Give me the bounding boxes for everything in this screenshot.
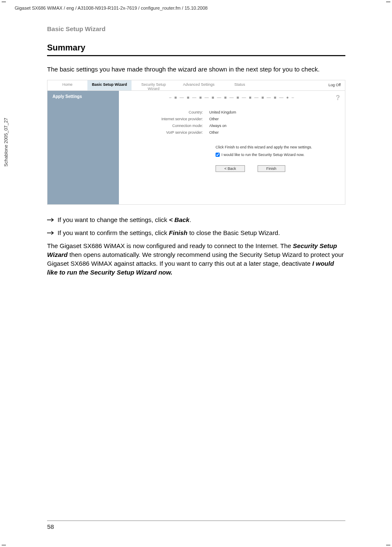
arrow-icon	[47, 228, 58, 237]
document-header: Gigaset SX686 WiMAX / eng / A31008-N919-…	[15, 5, 208, 11]
closing-paragraph: The Gigaset SX686 WiMAX is now configure…	[47, 241, 345, 277]
finish-button[interactable]: Finish	[258, 165, 285, 172]
bullet-finish: If you want to confirm the settings, cli…	[58, 228, 345, 237]
section-label: Basic Setup Wizard	[47, 25, 345, 32]
template-label: Schablone 2005_07_27	[3, 118, 8, 166]
footer-divider	[47, 521, 345, 521]
page-number: 58	[47, 523, 54, 530]
title-divider	[47, 55, 345, 56]
tab-status[interactable]: Status	[222, 80, 258, 90]
tab-security-setup[interactable]: Security Setup Wizard	[132, 80, 176, 90]
help-icon[interactable]: ?	[336, 94, 340, 102]
arrow-icon	[47, 215, 58, 224]
voip-label: VoIP service provider:	[127, 130, 209, 135]
tab-home[interactable]: Home	[47, 80, 87, 90]
tab-basic-setup[interactable]: Basic Setup Wizard	[87, 80, 132, 90]
sidebar: Apply Settings	[47, 91, 119, 204]
connection-value: Always on	[209, 124, 226, 128]
page-title: Summary	[47, 43, 345, 53]
finish-instruction: Click Finish to end this wizard and appl…	[216, 145, 337, 149]
bullet-back: If you want to change the settings, clic…	[58, 215, 345, 224]
country-value: United Kingdom	[209, 110, 236, 114]
isp-value: Other	[209, 117, 219, 121]
router-tabbar: Home Basic Setup Wizard Security Setup W…	[47, 80, 345, 91]
crop-mark	[2, 2, 6, 2]
country-label: Country:	[127, 110, 209, 114]
security-wizard-checkbox[interactable]	[216, 153, 220, 157]
voip-value: Other	[209, 130, 219, 135]
checkbox-label: I would like to run the Security Setup W…	[221, 153, 305, 157]
intro-paragraph: The basic settings you have made through…	[47, 65, 345, 74]
logoff-link[interactable]: Log Off	[329, 83, 341, 87]
tab-advanced[interactable]: Advanced Settings	[176, 80, 222, 90]
connection-label: Connection mode:	[127, 124, 209, 128]
progress-indicator: – ■ — ■ — ■ — ■ — ■ — ■ — ■ — ■ — ■ — ● …	[127, 95, 337, 100]
back-button[interactable]: < Back	[216, 165, 245, 172]
sidebar-item-apply[interactable]: Apply Settings	[53, 94, 114, 99]
router-screenshot: Home Basic Setup Wizard Security Setup W…	[47, 80, 345, 205]
crop-mark	[386, 2, 390, 2]
crop-mark	[2, 545, 6, 545]
isp-label: Internet service provider:	[127, 117, 209, 121]
crop-mark	[386, 545, 390, 545]
